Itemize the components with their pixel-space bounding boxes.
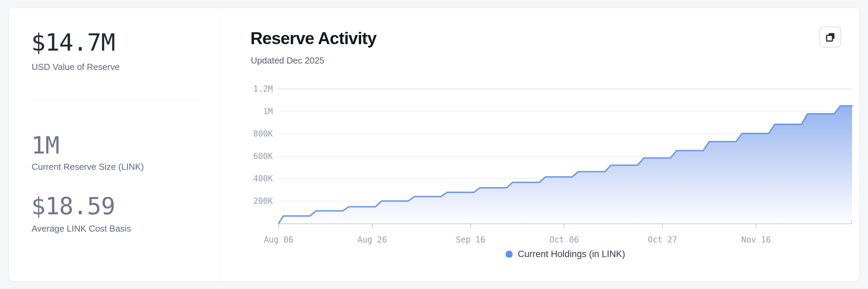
average-cost-basis-label: Average LINK Cost Basis xyxy=(32,223,131,234)
chart-legend: Current Holdings (in LINK) xyxy=(279,248,852,260)
stats-divider xyxy=(31,100,199,101)
stats-panel: $14.7M USD Value of Reserve 1M Current R… xyxy=(9,8,221,281)
svg-text:400K: 400K xyxy=(253,174,273,183)
svg-text:Aug 26: Aug 26 xyxy=(358,235,387,245)
svg-text:800K: 800K xyxy=(253,129,273,139)
svg-text:1M: 1M xyxy=(263,107,273,116)
svg-text:Oct 27: Oct 27 xyxy=(648,235,677,245)
copy-icon xyxy=(825,32,836,42)
chart-title: Reserve Activity xyxy=(250,29,376,48)
svg-text:Nov 16: Nov 16 xyxy=(741,235,771,245)
svg-text:1.2M: 1.2M xyxy=(253,84,273,94)
reserve-dashboard-card: $14.7M USD Value of Reserve 1M Current R… xyxy=(8,8,860,282)
current-reserve-size: 1M xyxy=(31,133,59,158)
svg-text:Aug 06: Aug 06 xyxy=(264,235,294,245)
current-reserve-size-label: Current Reserve Size (LINK) xyxy=(32,162,144,172)
usd-value-label: USD Value of Reserve xyxy=(32,62,120,72)
average-cost-basis: $18.59 xyxy=(31,194,115,219)
svg-text:Sep 16: Sep 16 xyxy=(456,235,485,245)
page: { "stats": { "usd_value": { "value": "$1… xyxy=(0,0,868,289)
legend-label: Current Holdings (in LINK) xyxy=(518,249,625,259)
legend-dot-icon xyxy=(506,251,513,258)
chart-panel: Reserve Activity Updated Dec 2025 200K40… xyxy=(221,8,859,281)
svg-text:200K: 200K xyxy=(253,196,273,206)
svg-text:Oct 06: Oct 06 xyxy=(549,235,579,245)
chart-subtitle: Updated Dec 2025 xyxy=(251,55,324,66)
reserve-activity-chart[interactable]: 200K400K600K800K1M1.2MAug 06Aug 26Sep 16… xyxy=(221,82,859,265)
copy-button[interactable] xyxy=(819,26,841,48)
usd-value-of-reserve: $14.7M xyxy=(31,30,115,55)
svg-text:600K: 600K xyxy=(253,151,273,161)
